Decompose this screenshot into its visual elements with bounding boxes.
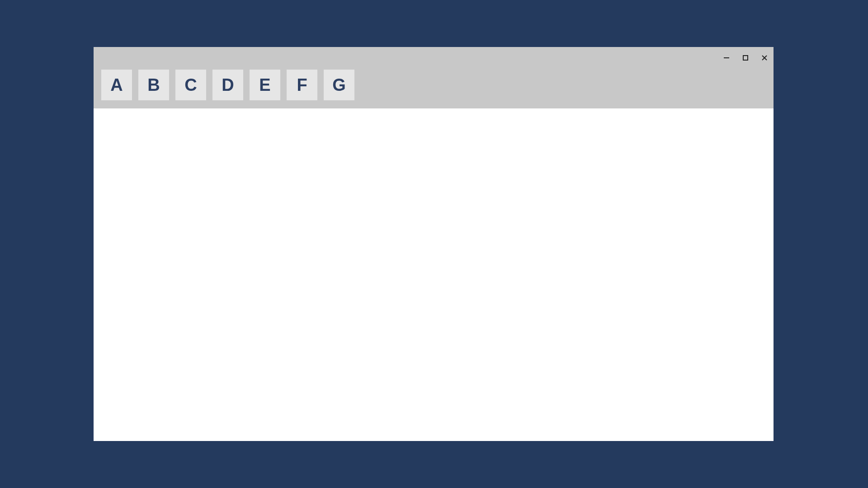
close-icon [761,54,768,61]
window-controls [722,53,769,62]
minimize-button[interactable] [722,53,731,62]
maximize-button[interactable] [741,53,750,62]
svg-rect-1 [743,56,748,60]
close-button[interactable] [760,53,769,62]
toolbar-button-d[interactable]: D [212,70,243,100]
toolbar-button-f[interactable]: F [287,70,317,100]
toolbar-button-a[interactable]: A [101,70,132,100]
app-window: A B C D E F G [94,47,774,441]
toolbar-button-g[interactable]: G [324,70,354,100]
titlebar: A B C D E F G [94,47,774,108]
toolbar-button-b[interactable]: B [138,70,169,100]
toolbar-button-e[interactable]: E [250,70,280,100]
minimize-icon [723,54,730,61]
toolbar: A B C D E F G [101,70,354,100]
maximize-icon [742,55,749,61]
content-area [94,108,774,441]
toolbar-button-c[interactable]: C [175,70,206,100]
